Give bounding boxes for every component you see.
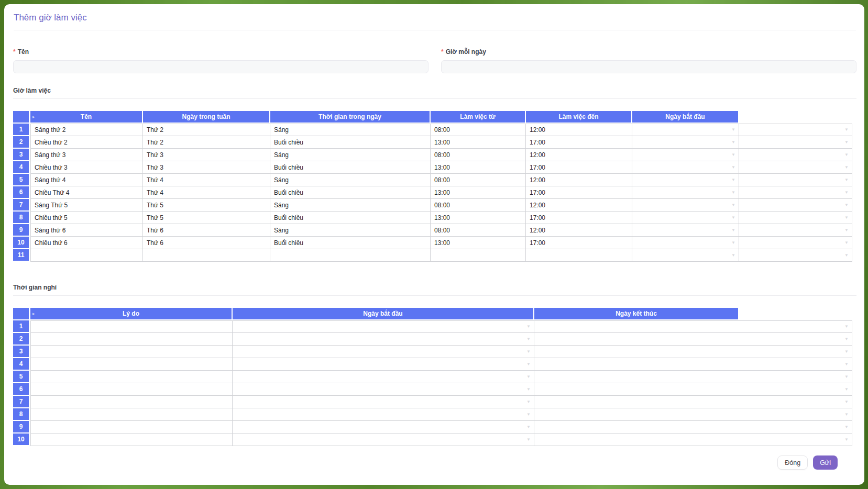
grid-cell-ngay[interactable]: Thứ 3: [143, 149, 270, 161]
grid-cell-ngay[interactable]: Thứ 4: [143, 186, 270, 199]
grid-cell-extra[interactable]: ▼: [739, 212, 852, 224]
grid-cell-ngay-bat-dau[interactable]: ▼: [233, 396, 534, 408]
grid-cell-buoi[interactable]: [270, 249, 431, 262]
grid-cell-ngay-ket-thuc[interactable]: ▼: [534, 358, 852, 371]
grid-cell-ngay-bat-dau[interactable]: ▼: [233, 421, 534, 434]
grid-cell-ly-do[interactable]: [30, 371, 233, 383]
grid-cell-extra[interactable]: ▼: [739, 124, 852, 136]
grid-cell-extra[interactable]: ▼: [739, 199, 852, 212]
grid-cell-ngay[interactable]: Thứ 6: [143, 224, 270, 237]
grid-cell-ngay[interactable]: Thứ 5: [143, 199, 270, 212]
grid-cell-ly-do[interactable]: [30, 434, 233, 446]
grid-cell-tu[interactable]: 08:00: [431, 174, 526, 186]
grid-cell-tu[interactable]: 13:00: [431, 237, 526, 249]
grid-cell-ngay[interactable]: Thứ 4: [143, 174, 270, 186]
grid-cell-ten[interactable]: Sáng thứ 4: [30, 174, 143, 186]
grid-cell-ngay-bat-dau[interactable]: ▼: [632, 136, 739, 149]
hours-per-day-input[interactable]: [441, 60, 856, 73]
grid-cell-ngay-bat-dau[interactable]: ▼: [233, 408, 534, 421]
grid-cell-den[interactable]: 12:00: [526, 199, 632, 212]
grid-cell-extra[interactable]: ▼: [739, 149, 852, 161]
grid-cell-ngay-bat-dau[interactable]: ▼: [632, 186, 739, 199]
grid-cell-den[interactable]: 12:00: [526, 174, 632, 186]
grid-cell-buoi[interactable]: Buổi chiều: [270, 136, 431, 149]
grid-cell-ten[interactable]: Sáng thứ 2: [30, 124, 143, 136]
submit-button[interactable]: Gửi: [813, 455, 838, 470]
grid-cell-ngay[interactable]: Thứ 3: [143, 161, 270, 174]
grid-cell-ngay-bat-dau[interactable]: ▼: [233, 383, 534, 396]
grid-cell-den[interactable]: 17:00: [526, 212, 632, 224]
grid-cell-buoi[interactable]: Buổi chiều: [270, 161, 431, 174]
grid-cell-ngay-bat-dau[interactable]: ▼: [233, 358, 534, 371]
grid-cell-tu[interactable]: 08:00: [431, 199, 526, 212]
name-input[interactable]: [13, 60, 428, 73]
grid-cell-ngay-ket-thuc[interactable]: ▼: [534, 396, 852, 408]
grid-cell-tu[interactable]: 13:00: [431, 186, 526, 199]
grid-cell-buoi[interactable]: Buổi chiều: [270, 212, 431, 224]
grid-cell-tu[interactable]: 13:00: [431, 212, 526, 224]
grid-cell-den[interactable]: 12:00: [526, 224, 632, 237]
grid-cell-ten[interactable]: Chiều thứ 5: [30, 212, 143, 224]
grid-cell-ly-do[interactable]: [30, 346, 233, 358]
grid-cell-ten[interactable]: Chiều thứ 2: [30, 136, 143, 149]
grid-cell-buoi[interactable]: Sáng: [270, 224, 431, 237]
grid-cell-ly-do[interactable]: [30, 320, 233, 333]
grid-cell-tu[interactable]: 08:00: [431, 149, 526, 161]
grid-cell-ngay-ket-thuc[interactable]: ▼: [534, 371, 852, 383]
grid-cell-den[interactable]: 17:00: [526, 136, 632, 149]
grid-cell-buoi[interactable]: Sáng: [270, 174, 431, 186]
grid-cell-tu[interactable]: 13:00: [431, 136, 526, 149]
grid-cell-ngay-bat-dau[interactable]: ▼: [233, 333, 534, 346]
grid-cell-den[interactable]: [526, 249, 632, 262]
grid-cell-ten[interactable]: Chiều thứ 6: [30, 237, 143, 249]
grid-cell-den[interactable]: 17:00: [526, 186, 632, 199]
grid-cell-tu[interactable]: [431, 249, 526, 262]
grid-cell-ngay-ket-thuc[interactable]: ▼: [534, 421, 852, 434]
grid-cell-ngay-bat-dau[interactable]: ▼: [632, 249, 739, 262]
grid-cell-extra[interactable]: ▼: [739, 186, 852, 199]
grid-cell-ngay-ket-thuc[interactable]: ▼: [534, 408, 852, 421]
grid-cell-ngay-ket-thuc[interactable]: ▼: [534, 333, 852, 346]
grid-cell-ngay-bat-dau[interactable]: ▼: [233, 434, 534, 446]
grid-cell-ngay[interactable]: Thứ 5: [143, 212, 270, 224]
grid-cell-buoi[interactable]: Sáng: [270, 199, 431, 212]
grid-cell-den[interactable]: 17:00: [526, 161, 632, 174]
grid-cell-ngay-ket-thuc[interactable]: ▼: [534, 346, 852, 358]
grid-cell-ngay-bat-dau[interactable]: ▼: [632, 124, 739, 136]
grid-cell-den[interactable]: 17:00: [526, 237, 632, 249]
grid-cell-extra[interactable]: ▼: [739, 174, 852, 186]
grid-cell-ten[interactable]: Chiều Thứ 4: [30, 186, 143, 199]
grid-cell-extra[interactable]: ▼: [739, 237, 852, 249]
grid-cell-ngay-bat-dau[interactable]: ▼: [632, 199, 739, 212]
grid-cell-buoi[interactable]: Buổi chiều: [270, 237, 431, 249]
grid-cell-ly-do[interactable]: [30, 358, 233, 371]
grid-cell-ngay-ket-thuc[interactable]: ▼: [534, 383, 852, 396]
grid-cell-ngay[interactable]: [143, 249, 270, 262]
grid-cell-ly-do[interactable]: [30, 383, 233, 396]
grid-cell-ngay[interactable]: Thứ 2: [143, 136, 270, 149]
grid-cell-den[interactable]: 12:00: [526, 149, 632, 161]
grid-cell-extra[interactable]: ▼: [739, 224, 852, 237]
grid-cell-ngay-bat-dau[interactable]: ▼: [233, 320, 534, 333]
grid-cell-tu[interactable]: 08:00: [431, 224, 526, 237]
grid-cell-ten[interactable]: Sáng thứ 3: [30, 149, 143, 161]
grid-cell-den[interactable]: 12:00: [526, 124, 632, 136]
grid-cell-extra[interactable]: ▼: [739, 249, 852, 262]
grid-cell-ly-do[interactable]: [30, 396, 233, 408]
grid-cell-ly-do[interactable]: [30, 333, 233, 346]
grid-cell-tu[interactable]: 08:00: [431, 124, 526, 136]
grid-cell-ngay-bat-dau[interactable]: ▼: [233, 371, 534, 383]
grid-cell-extra[interactable]: ▼: [739, 136, 852, 149]
grid-cell-ly-do[interactable]: [30, 408, 233, 421]
grid-cell-ten[interactable]: [30, 249, 143, 262]
grid-cell-ngay[interactable]: Thứ 6: [143, 237, 270, 249]
grid-cell-extra[interactable]: ▼: [739, 161, 852, 174]
close-button[interactable]: Đóng: [777, 455, 808, 470]
grid-cell-ngay-bat-dau[interactable]: ▼: [632, 224, 739, 237]
grid-cell-ngay-bat-dau[interactable]: ▼: [632, 212, 739, 224]
grid-cell-buoi[interactable]: Buổi chiều: [270, 186, 431, 199]
grid-cell-ngay-bat-dau[interactable]: ▼: [632, 237, 739, 249]
grid-cell-ngay[interactable]: Thứ 2: [143, 124, 270, 136]
grid-cell-ly-do[interactable]: [30, 421, 233, 434]
grid-cell-ngay-ket-thuc[interactable]: ▼: [534, 434, 852, 446]
